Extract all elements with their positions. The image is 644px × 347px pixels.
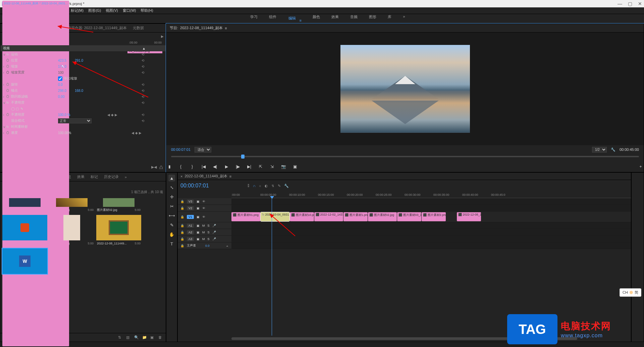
zoom-select[interactable]: 1/2 xyxy=(592,147,607,153)
mic-icon[interactable]: 🎤 xyxy=(212,237,216,241)
reset-icon[interactable]: ⟲ xyxy=(142,95,146,99)
tl-icon[interactable]: ⟐ xyxy=(259,184,261,188)
razor-tool[interactable]: ✂ xyxy=(168,203,175,210)
tl-icon[interactable]: ◐ xyxy=(265,184,268,188)
wrench-icon[interactable]: 🔧 xyxy=(284,184,289,188)
pen-icon[interactable]: ✎ xyxy=(20,107,25,111)
reset-icon[interactable]: ⟲ xyxy=(142,101,146,105)
reset-icon[interactable]: ⟲ xyxy=(142,83,146,86)
ws-library[interactable]: 库 xyxy=(387,13,392,24)
mic-icon[interactable]: 🎤 xyxy=(212,224,216,227)
ws-color[interactable]: 颜色 xyxy=(312,13,321,24)
ec-flicker-val[interactable]: 0.00 xyxy=(58,95,75,99)
menu-graphics[interactable]: 图形(G) xyxy=(88,8,101,13)
timeline-seq-name[interactable]: 2022-12-08_111449_副本 xyxy=(184,174,227,179)
ws-edit[interactable]: 编辑≡ xyxy=(287,13,302,24)
timeline-clip[interactable]: ⬛ 图片素材03_副 xyxy=(397,212,421,221)
reset-icon[interactable]: ⟲ xyxy=(142,119,146,123)
tl-icon[interactable]: ✎ xyxy=(278,184,281,188)
ws-audio[interactable]: 音频 xyxy=(350,13,358,24)
type-tool[interactable]: T xyxy=(168,240,175,247)
blend-mode-select[interactable]: 正常 xyxy=(58,118,92,123)
lock-icon[interactable]: 🔒 xyxy=(180,244,184,247)
toggle-icon[interactable]: ▣ xyxy=(197,200,200,203)
play-icon[interactable]: ▶ xyxy=(223,164,229,170)
track-a1[interactable]: A1 xyxy=(187,224,194,228)
project-item[interactable]: 图片素材02.jpg5:00 xyxy=(96,198,141,213)
ws-overflow[interactable]: » xyxy=(402,13,406,24)
fit-select[interactable]: 适合 xyxy=(195,147,211,153)
menu-help[interactable]: 帮助(H) xyxy=(141,8,153,13)
timeline-tc[interactable]: 00:00:07:01 xyxy=(180,183,248,189)
ec-remap[interactable]: 时间重映射 xyxy=(11,124,28,129)
timeline-clip[interactable]: ⬛ 2022-12-02_1437 xyxy=(314,212,343,221)
playhead[interactable] xyxy=(272,198,272,336)
ec-scale-val[interactable]: 174.0 xyxy=(58,65,75,68)
new-item-icon[interactable]: ▣ xyxy=(150,335,155,340)
ws-assembly[interactable]: 组件 xyxy=(268,13,277,24)
toggle-icon[interactable]: ▣ xyxy=(197,224,200,227)
lock-icon[interactable]: 🔒 xyxy=(180,237,184,241)
timeline-clip[interactable]: ⬛ 图片素材02.jpg xyxy=(368,212,397,221)
track-v3[interactable]: V3 xyxy=(187,199,194,204)
lock-icon[interactable]: 🔒 xyxy=(180,207,184,210)
stopwatch-icon[interactable]: Ö xyxy=(6,131,11,135)
lock-icon[interactable]: 🔒 xyxy=(180,215,184,219)
toggle-icon[interactable]: ▣ xyxy=(197,207,200,210)
menu-markers[interactable]: 标记(M) xyxy=(71,8,84,13)
automate-icon[interactable]: ▥ xyxy=(126,335,131,340)
eye-icon[interactable]: 👁 xyxy=(202,200,205,203)
ec-speed-val[interactable]: 100.00% xyxy=(58,131,71,135)
ec-opacity-val[interactable]: 100.0 % xyxy=(58,113,75,117)
snap-icon[interactable]: ∩ xyxy=(253,184,256,188)
timeline-clip[interactable]: ⬛ 图片素材01.png xyxy=(231,212,260,221)
tab-metadata[interactable]: 元数据 xyxy=(133,25,144,31)
tab-markers[interactable]: 标记 xyxy=(91,174,98,179)
reset-icon[interactable]: ⟲ xyxy=(142,113,146,117)
compare-icon[interactable]: ▣ xyxy=(292,164,298,170)
program-tc[interactable]: 00:00:07:01 xyxy=(171,148,191,152)
delete-icon[interactable]: 🗑 xyxy=(158,335,163,340)
ec-icon[interactable]: ▶◀ xyxy=(151,165,157,170)
ec-motion[interactable]: 运动 xyxy=(11,52,18,57)
ec-icon[interactable]: 凸 xyxy=(159,165,163,170)
stopwatch-icon[interactable]: Ö xyxy=(6,83,11,86)
ec-pos-x[interactable]: 423.5 xyxy=(58,59,75,62)
maximize-button[interactable]: ▢ xyxy=(628,2,632,6)
new-bin-icon[interactable]: 📁 xyxy=(142,335,147,340)
ec-opacity[interactable]: 不透明度 xyxy=(11,100,24,105)
go-out-icon[interactable]: ▶| xyxy=(246,164,252,170)
uniform-scale-checkbox[interactable] xyxy=(58,76,62,81)
close-button[interactable]: ✕ xyxy=(638,2,642,6)
project-item[interactable]: 2022-12-08_111449...5:00 xyxy=(96,215,141,246)
minimize-button[interactable]: — xyxy=(618,2,622,6)
reset-icon[interactable]: ⟲ xyxy=(142,89,146,93)
timeline-clip[interactable]: fx 2022-10-04_0931 xyxy=(261,212,289,221)
stopwatch-icon[interactable]: Ö xyxy=(6,65,11,68)
mic-icon[interactable]: 🎤 xyxy=(212,231,216,234)
tab-effects[interactable]: 效果 xyxy=(77,174,85,179)
track-v1[interactable]: V1 xyxy=(187,215,194,219)
toggle-icon[interactable]: ▣ xyxy=(197,237,200,241)
find-icon[interactable]: 🔍 xyxy=(134,335,139,340)
toggle-icon[interactable]: ▣ xyxy=(197,215,200,219)
ws-effects[interactable]: 效果 xyxy=(331,13,339,24)
ec-anchor-y[interactable]: 168.0 xyxy=(75,89,92,93)
lift-icon[interactable]: ⇱ xyxy=(258,164,264,170)
hand-tool[interactable]: ✋ xyxy=(168,231,175,238)
tl-icon[interactable]: ⁑ xyxy=(248,184,250,188)
ripple-tool[interactable]: ✛ xyxy=(168,193,175,200)
scrub-handle[interactable] xyxy=(241,155,245,159)
track-a3[interactable]: A3 xyxy=(187,237,194,241)
v1-content[interactable]: ⬛ 图片素材01.png fx 2022-10-04_0931 ⬛ 图片素材10… xyxy=(231,212,631,222)
ec-rotation-val[interactable]: 0.0 xyxy=(58,83,75,86)
wrench-icon[interactable]: 🔧 xyxy=(611,148,615,152)
tl-icon[interactable]: ↯ xyxy=(271,184,274,188)
lock-icon[interactable]: 🔒 xyxy=(180,200,184,203)
tab-history[interactable]: 历史记录 xyxy=(104,174,119,179)
stopwatch-icon[interactable]: Ö xyxy=(6,59,11,62)
master-val[interactable]: 0.0 xyxy=(205,244,210,247)
track-v2[interactable]: V2 xyxy=(187,206,194,210)
timeline-clip[interactable]: ⬛ 图片素材1.png xyxy=(343,212,368,221)
program-canvas[interactable] xyxy=(166,33,644,145)
